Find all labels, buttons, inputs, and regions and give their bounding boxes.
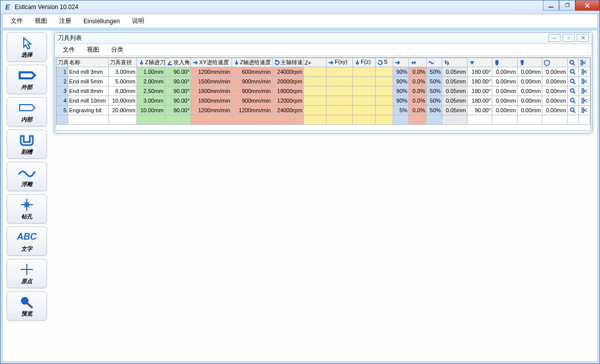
- col-diameter[interactable]: 刀具直径: [109, 58, 137, 67]
- cell-s[interactable]: [376, 106, 393, 115]
- menu-settings[interactable]: Einstellungen: [83, 18, 120, 25]
- cell-ov2[interactable]: 0.0%: [409, 67, 427, 77]
- cell-ov3[interactable]: 50%: [427, 67, 442, 77]
- minimize-button[interactable]: [543, 1, 559, 11]
- row-search-button[interactable]: [567, 96, 579, 106]
- col-m2[interactable]: [517, 58, 542, 67]
- table-row[interactable]: 3End mill 8mm8.00mm2.50mm90.00°1800mm/mi…: [57, 86, 590, 96]
- cell-spindle[interactable]: 18000rpm: [272, 86, 303, 96]
- cell-spindle[interactable]: 24000rpm: [272, 67, 303, 77]
- tool-text[interactable]: ABC 文字: [7, 226, 47, 256]
- cell-number[interactable]: 1: [57, 67, 68, 77]
- cell-ov4[interactable]: 0.05mm: [442, 96, 468, 106]
- menu-register[interactable]: 注册: [59, 17, 71, 25]
- row-cut-button[interactable]: [579, 96, 590, 106]
- cell-xyfeed[interactable]: 1200mm/min: [191, 67, 232, 77]
- cell-m3[interactable]: 0.00mm: [542, 96, 568, 106]
- cell-zfeed[interactable]: 600mm/min: [232, 67, 272, 77]
- cell-ov1[interactable]: 90%: [393, 77, 409, 86]
- cell-number[interactable]: 4: [57, 96, 68, 106]
- cell-zfeed[interactable]: 900mm/min: [232, 86, 272, 96]
- table-row[interactable]: 2End mill 5mm5.00mm2.00mm90.00°1500mm/mi…: [57, 77, 590, 86]
- cell-fxy[interactable]: [327, 67, 353, 77]
- tool-carve[interactable]: 浮雕: [7, 162, 47, 191]
- cell-ov1[interactable]: 90%: [393, 67, 409, 77]
- cell-ov3[interactable]: 50%: [427, 106, 442, 115]
- cell-angle[interactable]: 90.00°: [165, 67, 191, 77]
- cell-xyfeed[interactable]: 1500mm/min: [191, 77, 232, 86]
- cell-m2[interactable]: 0.00mm: [517, 77, 542, 86]
- col-tipangle[interactable]: [467, 58, 492, 67]
- cell-zdepth[interactable]: 3.00mm: [136, 96, 165, 106]
- cell-ov2[interactable]: 0.0%: [409, 77, 427, 86]
- cell-tipangle[interactable]: 90.00°: [467, 106, 492, 115]
- cell-zplus[interactable]: [303, 77, 326, 86]
- cell-name[interactable]: Engraving bit: [68, 106, 108, 115]
- cell-m1[interactable]: 0.00mm: [492, 67, 518, 77]
- cell-ov2[interactable]: 0.0%: [409, 106, 427, 115]
- cell-s[interactable]: [376, 96, 393, 106]
- cell-ov2[interactable]: 0.0%: [409, 96, 427, 106]
- cell-tipangle[interactable]: 180.00°: [467, 86, 492, 96]
- cell-spindle[interactable]: 24000rpm: [272, 106, 303, 115]
- col-m1[interactable]: [492, 58, 518, 67]
- cell-fz[interactable]: [352, 106, 375, 115]
- col-xyfeed[interactable]: XY进给速度: [191, 58, 232, 67]
- row-search-button[interactable]: [567, 77, 579, 86]
- cell-m2[interactable]: 0.00mm: [517, 106, 542, 115]
- tool-drill[interactable]: 钻孔: [7, 194, 47, 223]
- panel-menu-sort[interactable]: 分类: [111, 46, 123, 54]
- cell-zfeed[interactable]: 900mm/min: [232, 96, 272, 106]
- titlebar[interactable]: E Estlcam Version 10.024 ❐: [1, 1, 599, 14]
- cell-xyfeed[interactable]: 1800mm/min: [191, 96, 232, 106]
- table-row-empty[interactable]: [57, 115, 590, 125]
- col-s[interactable]: S: [376, 58, 393, 67]
- cell-name[interactable]: End mill 5mm: [68, 77, 108, 86]
- col-angle[interactable]: 攻入角度: [165, 58, 191, 67]
- cell-zfeed[interactable]: 1200mm/min: [232, 106, 272, 115]
- cell-spindle[interactable]: 20000rpm: [272, 77, 303, 86]
- col-scissors[interactable]: [579, 58, 590, 67]
- row-search-button[interactable]: [567, 86, 579, 96]
- cell-m1[interactable]: 0.00mm: [492, 86, 518, 96]
- cell-zdepth[interactable]: 2.00mm: [136, 77, 165, 86]
- cell-angle[interactable]: 90.00°: [165, 77, 191, 86]
- row-cut-button[interactable]: [579, 106, 590, 115]
- cell-zdepth[interactable]: 10.00mm: [136, 106, 165, 115]
- cell-angle[interactable]: 90.00°: [165, 86, 191, 96]
- cell-xyfeed[interactable]: 1800mm/min: [191, 86, 232, 96]
- cell-tipangle[interactable]: 180.00°: [467, 77, 492, 86]
- cell-spindle[interactable]: 12000rpm: [272, 96, 303, 106]
- cell-s[interactable]: [376, 67, 393, 77]
- cell-number[interactable]: 5: [57, 106, 68, 115]
- cell-xyfeed[interactable]: 1200mm/min: [191, 106, 232, 115]
- row-search-button[interactable]: [567, 67, 579, 77]
- panel-close-button[interactable]: ✕: [577, 34, 589, 42]
- cell-ov4[interactable]: 0.05mm: [442, 67, 468, 77]
- cell-ov3[interactable]: 50%: [427, 96, 442, 106]
- cell-diameter[interactable]: 3.00mm: [109, 67, 137, 77]
- col-m3[interactable]: [542, 58, 568, 67]
- cell-fz[interactable]: [352, 86, 375, 96]
- cell-tipangle[interactable]: 180.00°: [467, 96, 492, 106]
- row-search-button[interactable]: [567, 106, 579, 115]
- cell-m2[interactable]: 0.00mm: [517, 96, 542, 106]
- cell-m3[interactable]: 0.00mm: [542, 77, 568, 86]
- cell-ov2[interactable]: 0.0%: [409, 86, 427, 96]
- panel-menu-file[interactable]: 文件: [63, 46, 75, 54]
- cell-diameter[interactable]: 8.00mm: [109, 86, 137, 96]
- col-ov4[interactable]: [442, 58, 468, 67]
- cell-zplus[interactable]: [303, 86, 326, 96]
- panel-minimize-button[interactable]: ─: [548, 34, 561, 42]
- cell-fz[interactable]: [352, 77, 375, 86]
- table-row[interactable]: 1End mill 3mm3.00mm1.00mm90.00°1200mm/mi…: [57, 67, 590, 77]
- cell-angle[interactable]: 90.00°: [165, 96, 191, 106]
- cell-ov1[interactable]: 90%: [393, 96, 409, 106]
- cell-zplus[interactable]: [303, 106, 326, 115]
- tool-inside[interactable]: 内部: [7, 97, 47, 126]
- cell-diameter[interactable]: 20.00mm: [109, 106, 137, 115]
- tool-outside[interactable]: 外部: [7, 65, 47, 94]
- menu-view[interactable]: 视图: [35, 17, 47, 25]
- cell-fxy[interactable]: [327, 96, 353, 106]
- panel-maximize-button[interactable]: ▫: [563, 34, 575, 42]
